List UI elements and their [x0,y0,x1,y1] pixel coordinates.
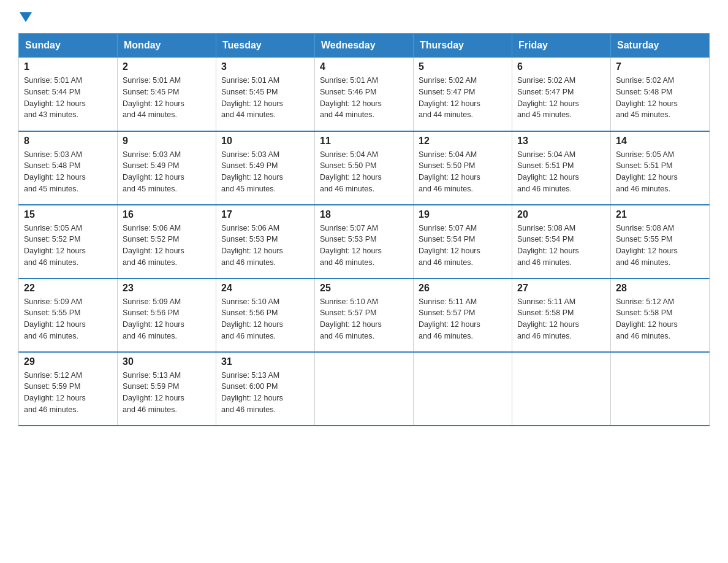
day-number: 31 [221,356,309,367]
week-row-1: 1Sunrise: 5:01 AMSunset: 5:44 PMDaylight… [19,58,710,131]
calendar-cell: 24Sunrise: 5:10 AMSunset: 5:56 PMDayligh… [216,278,315,352]
calendar-cell: 31Sunrise: 5:13 AMSunset: 6:00 PMDayligh… [216,352,315,426]
day-number: 17 [221,209,309,220]
column-header-monday: Monday [118,34,216,58]
calendar-cell: 30Sunrise: 5:13 AMSunset: 5:59 PMDayligh… [118,352,216,426]
day-info: Sunrise: 5:06 AMSunset: 5:52 PMDaylight:… [123,223,211,269]
column-header-tuesday: Tuesday [216,34,315,58]
calendar-cell: 5Sunrise: 5:02 AMSunset: 5:47 PMDaylight… [414,58,512,131]
week-row-4: 22Sunrise: 5:09 AMSunset: 5:55 PMDayligh… [19,278,710,352]
day-info: Sunrise: 5:05 AMSunset: 5:52 PMDaylight:… [24,223,112,269]
day-number: 20 [517,209,605,220]
day-number: 6 [517,61,605,72]
calendar-cell: 21Sunrise: 5:08 AMSunset: 5:55 PMDayligh… [611,205,710,278]
day-number: 27 [517,283,605,294]
day-info: Sunrise: 5:02 AMSunset: 5:48 PMDaylight:… [616,75,704,121]
week-row-5: 29Sunrise: 5:12 AMSunset: 5:59 PMDayligh… [19,352,710,426]
calendar-cell: 9Sunrise: 5:03 AMSunset: 5:49 PMDaylight… [118,131,216,205]
calendar-cell: 6Sunrise: 5:02 AMSunset: 5:47 PMDaylight… [512,58,611,131]
day-info: Sunrise: 5:01 AMSunset: 5:46 PMDaylight:… [320,75,408,121]
calendar-cell: 20Sunrise: 5:08 AMSunset: 5:54 PMDayligh… [512,205,611,278]
day-number: 11 [320,136,408,147]
day-info: Sunrise: 5:04 AMSunset: 5:51 PMDaylight:… [517,149,605,195]
day-info: Sunrise: 5:03 AMSunset: 5:49 PMDaylight:… [123,149,211,195]
day-info: Sunrise: 5:02 AMSunset: 5:47 PMDaylight:… [517,75,605,121]
day-info: Sunrise: 5:02 AMSunset: 5:47 PMDaylight:… [419,75,507,121]
day-number: 15 [24,209,112,220]
day-number: 30 [123,356,211,367]
day-number: 14 [616,136,704,147]
week-row-2: 8Sunrise: 5:03 AMSunset: 5:48 PMDaylight… [19,131,710,205]
calendar-cell: 15Sunrise: 5:05 AMSunset: 5:52 PMDayligh… [19,205,118,278]
calendar-cell [512,352,611,426]
calendar-cell: 29Sunrise: 5:12 AMSunset: 5:59 PMDayligh… [19,352,118,426]
calendar-cell: 1Sunrise: 5:01 AMSunset: 5:44 PMDaylight… [19,58,118,131]
day-number: 7 [616,61,704,72]
day-number: 18 [320,209,408,220]
day-info: Sunrise: 5:07 AMSunset: 5:54 PMDaylight:… [419,223,507,269]
day-info: Sunrise: 5:08 AMSunset: 5:55 PMDaylight:… [616,223,704,269]
day-number: 22 [24,283,112,294]
day-number: 8 [24,136,112,147]
header-row: SundayMondayTuesdayWednesdayThursdayFrid… [19,34,710,58]
calendar-cell: 13Sunrise: 5:04 AMSunset: 5:51 PMDayligh… [512,131,611,205]
day-info: Sunrise: 5:12 AMSunset: 5:58 PMDaylight:… [616,296,704,342]
day-number: 12 [419,136,507,147]
day-info: Sunrise: 5:11 AMSunset: 5:57 PMDaylight:… [419,296,507,342]
day-number: 16 [123,209,211,220]
day-info: Sunrise: 5:08 AMSunset: 5:54 PMDaylight:… [517,223,605,269]
day-info: Sunrise: 5:10 AMSunset: 5:56 PMDaylight:… [221,296,309,342]
calendar-cell: 8Sunrise: 5:03 AMSunset: 5:48 PMDaylight… [19,131,118,205]
logo [18,12,32,21]
calendar-cell: 26Sunrise: 5:11 AMSunset: 5:57 PMDayligh… [414,278,512,352]
calendar-cell: 23Sunrise: 5:09 AMSunset: 5:56 PMDayligh… [118,278,216,352]
column-header-friday: Friday [512,34,611,58]
calendar-cell: 18Sunrise: 5:07 AMSunset: 5:53 PMDayligh… [315,205,414,278]
calendar-cell: 12Sunrise: 5:04 AMSunset: 5:50 PMDayligh… [414,131,512,205]
calendar-cell: 7Sunrise: 5:02 AMSunset: 5:48 PMDaylight… [611,58,710,131]
calendar-cell: 27Sunrise: 5:11 AMSunset: 5:58 PMDayligh… [512,278,611,352]
day-number: 2 [123,61,211,72]
day-number: 21 [616,209,704,220]
calendar-cell: 28Sunrise: 5:12 AMSunset: 5:58 PMDayligh… [611,278,710,352]
day-info: Sunrise: 5:04 AMSunset: 5:50 PMDaylight:… [419,149,507,195]
calendar-cell: 17Sunrise: 5:06 AMSunset: 5:53 PMDayligh… [216,205,315,278]
day-number: 3 [221,61,309,72]
day-info: Sunrise: 5:09 AMSunset: 5:55 PMDaylight:… [24,296,112,342]
day-info: Sunrise: 5:09 AMSunset: 5:56 PMDaylight:… [123,296,211,342]
day-number: 4 [320,61,408,72]
day-number: 1 [24,61,112,72]
day-info: Sunrise: 5:10 AMSunset: 5:57 PMDaylight:… [320,296,408,342]
day-info: Sunrise: 5:12 AMSunset: 5:59 PMDaylight:… [24,370,112,416]
calendar-cell: 16Sunrise: 5:06 AMSunset: 5:52 PMDayligh… [118,205,216,278]
calendar-cell: 10Sunrise: 5:03 AMSunset: 5:49 PMDayligh… [216,131,315,205]
day-number: 23 [123,283,211,294]
day-info: Sunrise: 5:07 AMSunset: 5:53 PMDaylight:… [320,223,408,269]
day-number: 10 [221,136,309,147]
day-info: Sunrise: 5:03 AMSunset: 5:48 PMDaylight:… [24,149,112,195]
calendar-cell: 25Sunrise: 5:10 AMSunset: 5:57 PMDayligh… [315,278,414,352]
column-header-thursday: Thursday [414,34,512,58]
day-info: Sunrise: 5:13 AMSunset: 6:00 PMDaylight:… [221,370,309,416]
calendar-cell [414,352,512,426]
week-row-3: 15Sunrise: 5:05 AMSunset: 5:52 PMDayligh… [19,205,710,278]
day-info: Sunrise: 5:06 AMSunset: 5:53 PMDaylight:… [221,223,309,269]
calendar-cell: 2Sunrise: 5:01 AMSunset: 5:45 PMDaylight… [118,58,216,131]
calendar-cell: 14Sunrise: 5:05 AMSunset: 5:51 PMDayligh… [611,131,710,205]
column-header-saturday: Saturday [611,34,710,58]
day-number: 25 [320,283,408,294]
day-info: Sunrise: 5:01 AMSunset: 5:45 PMDaylight:… [221,75,309,121]
calendar-cell: 19Sunrise: 5:07 AMSunset: 5:54 PMDayligh… [414,205,512,278]
day-number: 9 [123,136,211,147]
column-header-sunday: Sunday [19,34,118,58]
calendar-cell: 22Sunrise: 5:09 AMSunset: 5:55 PMDayligh… [19,278,118,352]
day-info: Sunrise: 5:11 AMSunset: 5:58 PMDaylight:… [517,296,605,342]
day-info: Sunrise: 5:05 AMSunset: 5:51 PMDaylight:… [616,149,704,195]
day-number: 29 [24,356,112,367]
day-number: 26 [419,283,507,294]
calendar-table: SundayMondayTuesdayWednesdayThursdayFrid… [18,33,710,426]
calendar-cell: 11Sunrise: 5:04 AMSunset: 5:50 PMDayligh… [315,131,414,205]
page-header [18,12,710,21]
day-number: 24 [221,283,309,294]
day-number: 28 [616,283,704,294]
